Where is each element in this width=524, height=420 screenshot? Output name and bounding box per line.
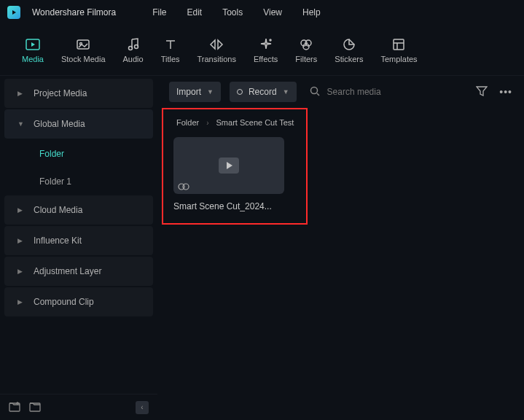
clip-thumbnail[interactable] xyxy=(173,137,284,194)
filter-icon[interactable] xyxy=(476,86,488,98)
chevron-down-icon: ▼ xyxy=(283,88,289,96)
sidebar: ▶ Project Media ▼ Global Media Folder Fo… xyxy=(0,76,157,420)
subclip-icon xyxy=(178,181,189,190)
titlebar: Wondershare Filmora File Edit Tools View… xyxy=(0,0,524,25)
menu-file[interactable]: File xyxy=(152,7,166,18)
tool-effects-label: Effects xyxy=(254,55,278,63)
highlight-callout: Folder › Smart Scene Cut Test Smart Scen… xyxy=(162,108,308,225)
chevron-right-icon: › xyxy=(206,119,208,127)
sidebar-item-label: Project Media xyxy=(34,88,87,98)
sidebar-adjustment-layer[interactable]: ▶ Adjustment Layer xyxy=(4,257,153,286)
record-icon xyxy=(237,89,243,95)
menu-view[interactable]: View xyxy=(263,7,282,18)
filters-icon xyxy=(299,37,313,52)
caret-right-icon: ▶ xyxy=(17,237,25,244)
sidebar-folder1[interactable]: Folder 1 xyxy=(0,168,157,195)
menu-help[interactable]: Help xyxy=(302,7,321,18)
toolbar: Media Stock Media Audio Titles Transitio… xyxy=(0,25,524,76)
caret-right-icon: ▶ xyxy=(17,268,25,275)
sidebar-global-media[interactable]: ▼ Global Media xyxy=(4,109,153,139)
cloud-download-icon xyxy=(76,37,90,52)
sidebar-item-label: Influence Kit xyxy=(34,236,82,246)
sidebar-cloud-media[interactable]: ▶ Cloud Media xyxy=(4,195,153,225)
sticker-icon xyxy=(342,37,356,52)
app-logo xyxy=(7,6,20,19)
sidebar-bottom: ‹ xyxy=(0,394,157,420)
sidebar-compound-clip[interactable]: ▶ Compound Clip xyxy=(4,287,153,316)
caret-right-icon: ▶ xyxy=(17,90,25,97)
tool-transitions-label: Transitions xyxy=(198,55,236,63)
sidebar-item-label: Folder xyxy=(39,149,64,159)
transition-icon xyxy=(209,37,224,52)
new-project-icon[interactable] xyxy=(9,402,20,413)
tool-stickers[interactable]: Stickers xyxy=(335,37,363,63)
sidebar-project-media[interactable]: ▶ Project Media xyxy=(4,79,153,108)
tool-audio-label: Audio xyxy=(123,55,144,63)
tool-transitions[interactable]: Transitions xyxy=(198,37,236,63)
search-icon xyxy=(310,86,320,98)
tool-audio[interactable]: Audio xyxy=(123,37,144,63)
svg-point-5 xyxy=(270,39,271,41)
tool-media-label: Media xyxy=(22,55,44,63)
svg-point-14 xyxy=(183,184,189,190)
caret-right-icon: ▶ xyxy=(17,298,25,306)
chevron-down-icon: ▼ xyxy=(207,88,214,96)
content: ▶ Project Media ▼ Global Media Folder Fo… xyxy=(0,76,524,420)
collapse-sidebar-button[interactable]: ‹ xyxy=(136,401,149,414)
app-title: Wondershare Filmora xyxy=(32,7,116,18)
tool-filters[interactable]: Filters xyxy=(295,37,317,63)
text-icon xyxy=(163,37,178,52)
search-box xyxy=(305,86,468,98)
caret-down-icon: ▼ xyxy=(17,120,25,128)
svg-point-4 xyxy=(134,44,138,48)
tool-stock-media[interactable]: Stock Media xyxy=(61,37,106,63)
media-icon xyxy=(26,37,40,52)
sidebar-item-label: Cloud Media xyxy=(34,205,82,215)
menu-edit[interactable]: Edit xyxy=(187,7,203,18)
actionbar: Import ▼ Record ▼ ••• xyxy=(157,76,524,108)
sparkle-icon xyxy=(259,37,273,52)
sidebar-folder[interactable]: Folder xyxy=(0,140,157,168)
record-label: Record xyxy=(249,87,277,97)
svg-rect-9 xyxy=(394,39,404,50)
sidebar-item-label: Global Media xyxy=(34,119,85,129)
svg-point-12 xyxy=(310,87,317,93)
tool-stickers-label: Stickers xyxy=(335,55,363,63)
tool-templates[interactable]: Templates xyxy=(380,37,417,63)
breadcrumb: Folder › Smart Scene Cut Test xyxy=(173,118,296,127)
tool-stock-media-label: Stock Media xyxy=(61,55,106,63)
tool-filters-label: Filters xyxy=(295,55,317,63)
sidebar-item-label: Adjustment Layer xyxy=(34,266,101,276)
new-folder-icon[interactable] xyxy=(29,402,41,413)
record-button[interactable]: Record ▼ xyxy=(230,82,297,102)
template-icon xyxy=(391,37,406,52)
search-input[interactable] xyxy=(327,87,415,97)
tool-media[interactable]: Media xyxy=(22,37,44,63)
sidebar-item-label: Folder 1 xyxy=(39,176,71,187)
breadcrumb-current: Smart Scene Cut Test xyxy=(216,118,294,127)
tool-titles-label: Titles xyxy=(161,55,180,63)
clip-label: Smart Scene Cut_2024... xyxy=(173,201,296,211)
tool-effects[interactable]: Effects xyxy=(254,37,278,63)
import-button[interactable]: Import ▼ xyxy=(169,82,221,102)
sidebar-influence-kit[interactable]: ▶ Influence Kit xyxy=(4,226,153,255)
music-note-icon xyxy=(126,37,141,52)
import-label: Import xyxy=(176,87,201,97)
action-right-icons: ••• xyxy=(476,86,512,98)
more-options-icon[interactable]: ••• xyxy=(499,86,512,98)
tool-templates-label: Templates xyxy=(380,55,417,63)
sidebar-item-label: Compound Clip xyxy=(34,297,94,307)
main-panel: Import ▼ Record ▼ ••• xyxy=(157,76,524,420)
breadcrumb-root[interactable]: Folder xyxy=(176,118,199,127)
tool-titles[interactable]: Titles xyxy=(161,37,180,63)
caret-right-icon: ▶ xyxy=(17,206,25,214)
menubar: File Edit Tools View Help xyxy=(152,7,321,18)
menu-tools[interactable]: Tools xyxy=(222,7,243,18)
play-icon xyxy=(219,158,239,174)
